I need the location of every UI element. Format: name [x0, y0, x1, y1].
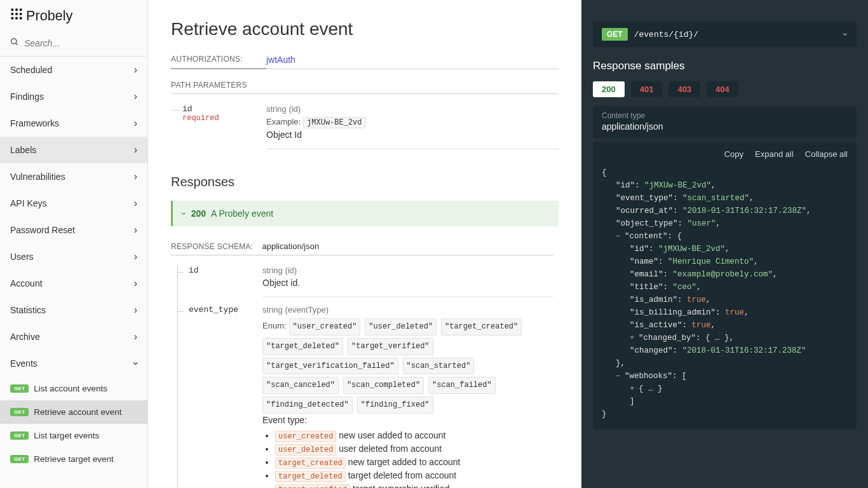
- expand-toggle[interactable]: +: [630, 332, 636, 344]
- enum-chip: "scan_canceled": [262, 377, 339, 394]
- nav-findings[interactable]: Findings›: [0, 83, 147, 110]
- nav-frameworks[interactable]: Frameworks›: [0, 110, 147, 137]
- search-input[interactable]: [24, 38, 137, 48]
- collapse-toggle[interactable]: –: [616, 230, 622, 243]
- sub-retrieve-account-event[interactable]: GETRetrieve account event: [0, 400, 147, 424]
- field-event-type-type: string (eventType): [262, 305, 553, 315]
- endpoint-path: /events/{id}/: [634, 30, 698, 39]
- event-type-desc-heading: Event type:: [262, 415, 553, 425]
- chevron-right-icon: ›: [134, 331, 137, 342]
- nav-apikeys[interactable]: API Keys›: [0, 190, 147, 217]
- http-get-badge: GET: [10, 431, 29, 440]
- response-schema-label: RESPONSE SCHEMA:: [171, 242, 254, 251]
- sub-list-target-events[interactable]: GETList target events: [0, 424, 147, 447]
- nav-labels[interactable]: Labels›: [0, 137, 147, 163]
- chevron-right-icon: ›: [134, 224, 137, 236]
- enum-desc-item: user_deleted user deleted from account: [275, 444, 553, 454]
- sub-list-account-events[interactable]: GETList account events: [0, 377, 147, 400]
- enum-desc-item: target_created new target added to accou…: [275, 457, 553, 468]
- chevron-down-icon: ›: [130, 362, 141, 365]
- nav-account[interactable]: Account›: [0, 270, 147, 297]
- enum-desc-item: target_deleted target deleted from accou…: [275, 470, 553, 481]
- field-id-type: string (id): [262, 266, 553, 275]
- svg-point-8: [20, 17, 22, 20]
- param-type: string (id): [266, 104, 559, 114]
- sidebar: Probely Scheduled› Findings› Frameworks›…: [0, 0, 148, 488]
- content-type-value: application/json: [602, 121, 848, 132]
- svg-point-5: [20, 13, 22, 15]
- content-type-label: Content type: [602, 111, 848, 120]
- response-samples-title: Response samples: [593, 60, 857, 72]
- enum-chip: "finding_fixed": [357, 396, 433, 414]
- enum-list: Enum:"user_created" "user_deleted" "targ…: [262, 317, 553, 415]
- field-event-type-name: event_type: [189, 305, 262, 315]
- expand-all-button[interactable]: Expand all: [755, 148, 794, 161]
- response-code: 200: [191, 208, 206, 219]
- collapse-toggle[interactable]: –: [616, 370, 622, 383]
- svg-point-4: [15, 13, 18, 15]
- expand-toggle[interactable]: +: [630, 383, 636, 395]
- enum-desc-item: target_verified target ownership verifie…: [275, 484, 553, 488]
- chevron-right-icon: ›: [134, 171, 137, 182]
- svg-point-10: [11, 39, 17, 44]
- chevron-down-icon: ›: [841, 33, 851, 36]
- http-get-badge: GET: [602, 28, 628, 41]
- field-id-name: id: [189, 266, 262, 275]
- enum-chip: "target_deleted": [262, 338, 343, 355]
- path-params-label: PATH PARAMETERS: [171, 81, 559, 94]
- sub-retrieve-target-event[interactable]: GETRetrieve target event: [0, 447, 147, 471]
- http-get-badge: GET: [10, 455, 29, 463]
- svg-point-3: [11, 13, 13, 15]
- svg-point-0: [11, 8, 13, 11]
- content-type-box: Content type application/json: [593, 106, 857, 138]
- copy-button[interactable]: Copy: [724, 148, 743, 161]
- nav-statistics[interactable]: Statistics›: [0, 297, 147, 323]
- enum-chip: "target_verification_failed": [262, 358, 398, 375]
- enum-chip: "scan_completed": [343, 377, 424, 394]
- enum-chip: "scan_failed": [428, 377, 496, 394]
- enum-chip: "finding_detected": [262, 396, 353, 414]
- enum-desc-item: user_created new user added to account: [275, 430, 553, 441]
- tab-200[interactable]: 200: [593, 81, 625, 97]
- nav-scheduled[interactable]: Scheduled›: [0, 57, 147, 83]
- response-200-row[interactable]: › 200 A Probely event: [171, 201, 559, 226]
- example-label: Example:: [266, 117, 301, 126]
- enum-chip: "target_verified": [348, 338, 433, 355]
- endpoint-box[interactable]: GET /events/{id}/ ›: [593, 22, 857, 47]
- nav-events[interactable]: Events›: [0, 350, 147, 377]
- tab-404[interactable]: 404: [707, 81, 738, 97]
- tab-401[interactable]: 401: [631, 81, 663, 97]
- param-required: required: [182, 114, 266, 123]
- right-panel: GET /events/{id}/ › Response samples 200…: [581, 0, 868, 488]
- main-content: Retrieve account event AUTHORIZATIONS: j…: [148, 0, 581, 488]
- example-value: jMXUw-BE_2vd: [303, 117, 365, 128]
- chevron-right-icon: ›: [134, 144, 137, 156]
- auth-value[interactable]: jwtAuth: [266, 55, 295, 65]
- collapse-all-button[interactable]: Collapse all: [805, 148, 848, 161]
- nav-archive[interactable]: Archive›: [0, 323, 147, 350]
- http-get-badge: GET: [10, 408, 29, 416]
- enum-chip: "target_created": [441, 318, 522, 336]
- nav-users[interactable]: Users›: [0, 243, 147, 270]
- enum-chip: "scan_started": [403, 358, 475, 375]
- chevron-right-icon: ›: [134, 64, 137, 76]
- response-tabs: 200 401 403 404: [593, 81, 857, 97]
- enum-chip: "user_created": [289, 318, 361, 336]
- search-box[interactable]: [0, 34, 147, 57]
- json-sample: Copy Expand all Collapse all { "id": "jM…: [593, 142, 857, 430]
- logo[interactable]: Probely: [0, 0, 147, 34]
- svg-point-1: [15, 8, 18, 11]
- field-id-desc: Object id.: [262, 278, 553, 288]
- http-get-badge: GET: [10, 384, 29, 393]
- svg-text:Probely: Probely: [26, 8, 73, 24]
- chevron-right-icon: ›: [134, 91, 137, 102]
- nav-password-reset[interactable]: Password Reset›: [0, 217, 147, 243]
- search-icon: [10, 37, 19, 48]
- tab-403[interactable]: 403: [668, 81, 700, 97]
- param-name: id: [182, 104, 266, 114]
- authorizations-label: AUTHORIZATIONS:: [171, 55, 266, 69]
- response-schema-ct: application/json: [262, 241, 320, 251]
- nav-vulnerabilities[interactable]: Vulnerabilities›: [0, 163, 147, 190]
- svg-line-11: [16, 43, 18, 45]
- chevron-right-icon: ›: [134, 278, 137, 289]
